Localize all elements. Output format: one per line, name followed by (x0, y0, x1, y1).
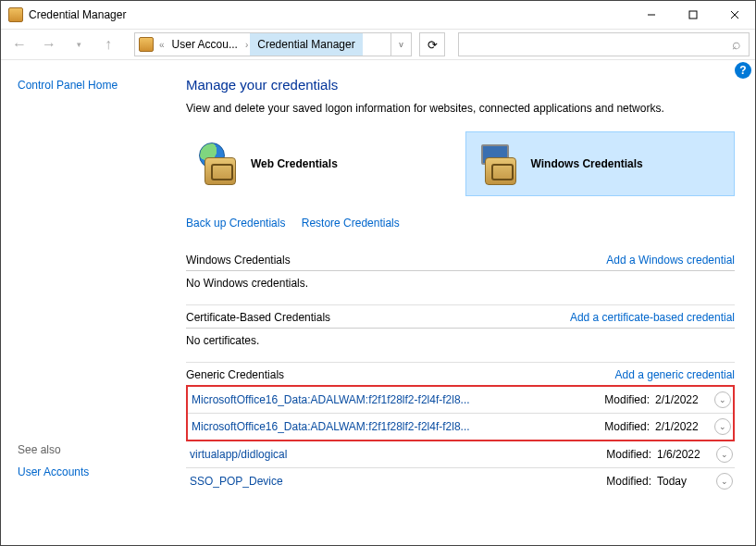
credential-row[interactable]: MicrosoftOffice16_Data:ADALWAM:f2f1f28lf… (188, 387, 733, 414)
app-icon (8, 7, 23, 22)
breadcrumb-overflow: « (157, 40, 167, 50)
credential-row[interactable]: SSO_POP_Device Modified: Today ⌄ (186, 468, 735, 494)
credential-row[interactable]: MicrosoftOffice16_Data:ADALWAM:f2f1f28lf… (188, 414, 733, 440)
page-description: View and delete your saved logon informa… (186, 102, 735, 115)
app-window: Credential Manager ← → ▾ ↑ « User Accou.… (0, 0, 756, 546)
expand-icon[interactable]: ⌄ (716, 446, 733, 463)
sidebar: Control Panel Home See also User Account… (1, 60, 186, 545)
minimize-button[interactable] (630, 2, 672, 29)
windows-credentials-label: Windows Credentials (531, 157, 643, 170)
generic-credentials-section-head: Generic Credentials Add a generic creden… (186, 363, 735, 386)
credential-name: virtualapp/didlogical (190, 448, 606, 461)
windows-credentials-body: No Windows credentials. (186, 271, 735, 305)
location-icon (139, 37, 154, 52)
expand-icon[interactable]: ⌄ (714, 391, 731, 408)
refresh-button[interactable]: ⟳ (419, 32, 445, 56)
credential-type-tiles: Web Credentials Windows Credentials (186, 131, 735, 196)
windows-credentials-tile[interactable]: Windows Credentials (465, 131, 736, 196)
svg-rect-1 (689, 11, 697, 19)
maximize-button[interactable] (672, 2, 713, 29)
credential-name: MicrosoftOffice16_Data:ADALWAM:f2f1f28lf… (192, 393, 604, 406)
restore-credentials-link[interactable]: Restore Credentials (302, 217, 400, 230)
web-credentials-icon (199, 143, 242, 185)
modified-label: Modified: (606, 448, 651, 461)
back-button[interactable]: ← (6, 32, 32, 56)
credential-row[interactable]: virtualapp/didlogical Modified: 1/6/2022… (186, 441, 735, 468)
sidebar-user-accounts-link[interactable]: User Accounts (18, 465, 169, 478)
window-title: Credential Manager (29, 8, 630, 21)
page-heading: Manage your credentials (186, 77, 735, 93)
help-icon[interactable]: ? (735, 62, 751, 79)
add-windows-credential-link[interactable]: Add a Windows credential (606, 254, 735, 267)
breadcrumb-current[interactable]: Credential Manager (250, 33, 362, 56)
windows-credentials-section-head: Windows Credentials Add a Windows creden… (186, 248, 735, 271)
web-credentials-tile[interactable]: Web Credentials (186, 131, 454, 196)
breadcrumb-prev[interactable]: User Accou... (167, 33, 243, 56)
see-also-label: See also (18, 443, 169, 456)
credential-name: SSO_POP_Device (190, 475, 606, 488)
modified-label: Modified: (604, 420, 650, 433)
add-generic-credential-link[interactable]: Add a generic credential (615, 368, 735, 381)
modified-value: 1/6/2022 (657, 448, 711, 461)
windows-credentials-icon (479, 143, 522, 185)
up-button[interactable]: ↑ (95, 32, 121, 56)
modified-value: 2/1/2022 (655, 393, 709, 406)
credential-name: MicrosoftOffice16_Data:ADALWAM:f2f1f28lf… (192, 420, 604, 433)
backup-credentials-link[interactable]: Back up Credentials (186, 217, 285, 230)
forward-button[interactable]: → (36, 32, 62, 56)
web-credentials-label: Web Credentials (251, 157, 338, 170)
recent-locations-button[interactable]: ▾ (66, 32, 92, 56)
cert-credentials-title: Certificate-Based Credentials (186, 311, 330, 324)
body: Control Panel Home See also User Account… (1, 60, 755, 545)
main-content: ? Manage your credentials View and delet… (186, 60, 755, 545)
expand-icon[interactable]: ⌄ (714, 418, 731, 435)
generic-credentials-title: Generic Credentials (186, 368, 284, 381)
modified-value: Today (657, 475, 711, 488)
chevron-right-icon: › (243, 40, 250, 50)
modified-value: 2/1/2022 (655, 420, 709, 433)
sidebar-home-link[interactable]: Control Panel Home (18, 79, 169, 92)
address-bar[interactable]: « User Accou... › Credential Manager v (134, 32, 412, 56)
address-history-button[interactable]: v (390, 33, 411, 56)
search-input[interactable]: ⌕ (458, 32, 750, 56)
modified-label: Modified: (606, 475, 651, 488)
cert-credentials-section-head: Certificate-Based Credentials Add a cert… (186, 305, 735, 329)
cert-credentials-body: No certificates. (186, 329, 735, 363)
expand-icon[interactable]: ⌄ (716, 473, 733, 490)
windows-credentials-title: Windows Credentials (186, 254, 291, 267)
navbar: ← → ▾ ↑ « User Accou... › Credential Man… (1, 29, 755, 60)
window-controls (630, 2, 755, 29)
add-cert-credential-link[interactable]: Add a certificate-based credential (570, 311, 735, 324)
modified-label: Modified: (604, 393, 650, 406)
action-links: Back up Credentials Restore Credentials (186, 217, 735, 230)
titlebar: Credential Manager (1, 1, 755, 29)
search-icon: ⌕ (732, 36, 741, 53)
close-button[interactable] (713, 2, 755, 29)
highlighted-credentials: MicrosoftOffice16_Data:ADALWAM:f2f1f28lf… (186, 385, 735, 441)
